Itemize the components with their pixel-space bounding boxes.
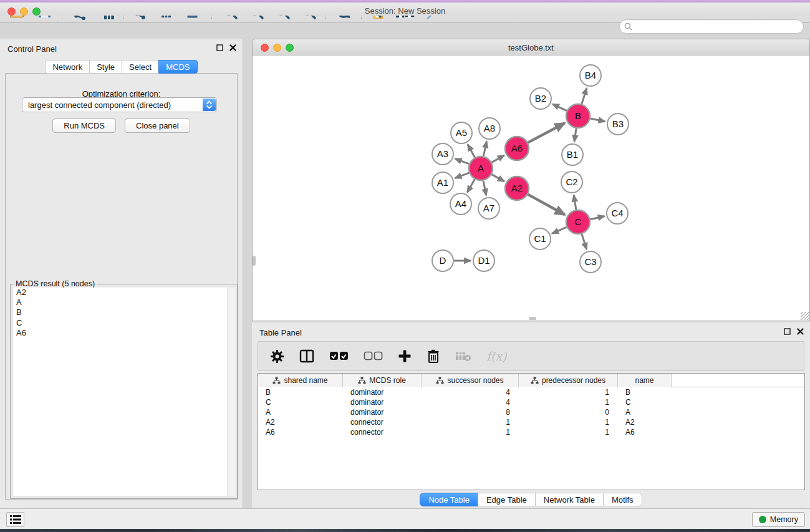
node-D[interactable]: D [432, 250, 453, 271]
edge-A-A1[interactable] [455, 173, 470, 178]
column-header-successor-nodes[interactable]: successor nodes [422, 374, 519, 387]
criterion-select[interactable]: largest connected component (directed) [22, 97, 217, 112]
column-header-mcds-role[interactable]: MCDS role [343, 374, 422, 387]
close-table-panel-icon[interactable] [797, 328, 804, 335]
network-resize-grip[interactable] [801, 312, 809, 320]
svg-text:A: A [478, 163, 484, 173]
list-icon [10, 515, 21, 525]
table-row[interactable]: Bdominator41B [258, 387, 804, 397]
mcds-result-item[interactable]: A6 [13, 328, 227, 338]
svg-text:D1: D1 [478, 255, 489, 266]
node-A3[interactable]: A3 [432, 143, 453, 165]
edge-A-A3[interactable] [455, 158, 470, 163]
node-B3[interactable]: B3 [607, 114, 629, 135]
svg-text:B4: B4 [585, 70, 596, 80]
mcds-result-item[interactable]: A [13, 297, 227, 307]
svg-text:B1: B1 [567, 149, 578, 160]
edge-A-A4[interactable] [467, 179, 475, 192]
network-window-titlebar[interactable]: testGlobe.txt [253, 39, 809, 56]
edge-A2-C[interactable] [528, 195, 565, 215]
search-input[interactable] [635, 22, 791, 31]
node-A5[interactable]: A5 [451, 122, 472, 143]
network-canvas[interactable]: B4B2BB3A8A5A6A3B1AA1C2A2A4A7C4CC1C3DD1 [253, 56, 809, 321]
deselect-all-rows-button[interactable] [364, 351, 383, 361]
attribute-tree-icon [531, 377, 539, 384]
mcds-result-item[interactable]: C [13, 318, 227, 328]
edge-A-A7[interactable] [483, 181, 486, 196]
column-header-shared-name[interactable]: shared name [258, 374, 343, 387]
node-A[interactable]: A [469, 157, 493, 180]
node-A8[interactable]: A8 [479, 118, 500, 139]
search-box[interactable] [619, 19, 804, 34]
edge-B-B4[interactable] [582, 88, 587, 104]
edge-C-C1[interactable] [552, 227, 566, 233]
tab-select[interactable]: Select [122, 60, 159, 74]
tab-mcds[interactable]: MCDS [158, 60, 197, 74]
column-header-name[interactable]: name [618, 374, 672, 387]
run-mcds-button[interactable]: Run MCDS [52, 118, 116, 133]
node-A7[interactable]: A7 [478, 198, 499, 219]
edge-A-A2[interactable] [492, 175, 504, 181]
tab-network-table[interactable]: Network Table [535, 493, 604, 506]
network-window-title: testGlobe.txt [253, 43, 809, 52]
node-B4[interactable]: B4 [580, 65, 601, 86]
add-column-button[interactable] [398, 349, 412, 363]
task-history-button[interactable] [6, 512, 24, 527]
svg-text:A4: A4 [455, 198, 466, 209]
mcds-result-item[interactable]: B [13, 307, 227, 317]
node-C3[interactable]: C3 [580, 251, 601, 273]
column-header-predecessor-nodes[interactable]: predecessor nodes [519, 374, 618, 387]
node-D1[interactable]: D1 [473, 250, 494, 271]
node-C1[interactable]: C1 [529, 228, 551, 249]
node-B[interactable]: B [566, 104, 590, 128]
node-C[interactable]: C [566, 210, 590, 234]
node-A6[interactable]: A6 [505, 137, 529, 160]
edge-C-C3[interactable] [582, 234, 587, 249]
close-panel-icon[interactable] [229, 44, 236, 51]
table-row[interactable]: A2connector11A2 [258, 417, 804, 427]
svg-text:A3: A3 [437, 148, 448, 159]
edge-B-B1[interactable] [574, 128, 576, 142]
edge-C-C2[interactable] [574, 195, 576, 210]
edge-B-B3[interactable] [591, 118, 605, 122]
node-C4[interactable]: C4 [607, 203, 628, 224]
result-scrollbar[interactable] [227, 288, 235, 496]
close-panel-button[interactable]: Close panel [125, 118, 190, 133]
svg-text:C1: C1 [534, 233, 546, 244]
edge-A-A5[interactable] [468, 145, 475, 158]
edge-A6-B[interactable] [528, 123, 565, 142]
node-C2[interactable]: C2 [561, 172, 582, 193]
mcds-result-item[interactable]: A2 [13, 288, 227, 297]
network-hscroll-thumb[interactable] [529, 317, 536, 320]
column-settings-button[interactable] [270, 349, 284, 364]
table-row[interactable]: Adominator80A [258, 407, 804, 417]
tab-motifs[interactable]: Motifs [603, 493, 642, 506]
tab-node-table[interactable]: Node Table [420, 493, 478, 506]
table-cell: A2 [258, 417, 343, 427]
network-vscroll-thumb[interactable] [253, 256, 256, 266]
edge-A-A8[interactable] [483, 142, 486, 157]
delete-columns-button[interactable] [427, 349, 440, 364]
select-all-rows-button[interactable] [329, 351, 349, 361]
node-B1[interactable]: B1 [562, 144, 583, 165]
column-settings-icon [270, 349, 284, 364]
float-panel-icon[interactable] [216, 44, 223, 51]
attribute-tree-icon [272, 377, 281, 384]
float-table-panel-icon[interactable] [784, 328, 791, 335]
split-table-view-button[interactable] [299, 349, 314, 363]
node-B2[interactable]: B2 [530, 88, 551, 109]
tab-network[interactable]: Network [45, 60, 90, 74]
table-row[interactable]: A6connector11A6 [258, 427, 804, 437]
svg-text:C4: C4 [611, 208, 623, 218]
table-row[interactable]: Cdominator41C [258, 397, 804, 407]
edge-A-A6[interactable] [492, 155, 504, 162]
tab-edge-table[interactable]: Edge Table [478, 493, 536, 506]
edge-C-C4[interactable] [591, 216, 605, 220]
node-A1[interactable]: A1 [432, 172, 453, 193]
tab-style[interactable]: Style [89, 60, 122, 74]
memory-button[interactable]: Memory [752, 512, 805, 527]
node-A4[interactable]: A4 [450, 193, 471, 215]
title-bar[interactable]: Session: New Session [0, 2, 810, 16]
edge-B-B2[interactable] [552, 104, 567, 111]
node-A2[interactable]: A2 [505, 177, 529, 200]
